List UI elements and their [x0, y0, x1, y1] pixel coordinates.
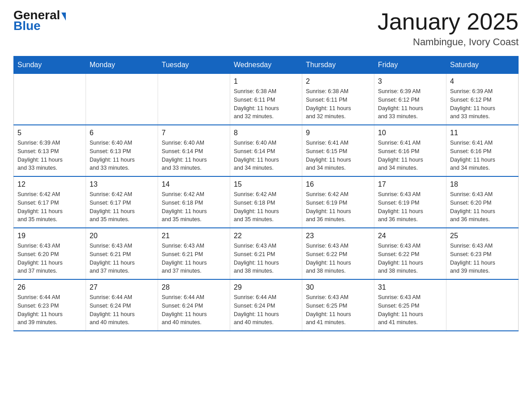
day-info: Sunrise: 6:43 AM Sunset: 6:22 PM Dayligh…	[306, 242, 370, 275]
logo-blue: Blue	[13, 20, 66, 32]
day-number: 16	[306, 180, 370, 188]
day-info: Sunrise: 6:39 AM Sunset: 6:12 PM Dayligh…	[450, 87, 515, 121]
calendar-week-5: 26Sunrise: 6:44 AM Sunset: 6:23 PM Dayli…	[14, 279, 519, 331]
calendar-cell: 17Sunrise: 6:43 AM Sunset: 6:19 PM Dayli…	[374, 176, 446, 228]
calendar-cell	[158, 74, 230, 125]
day-info: Sunrise: 6:43 AM Sunset: 6:25 PM Dayligh…	[378, 293, 442, 327]
calendar-header-thursday: Thursday	[302, 56, 374, 74]
day-info: Sunrise: 6:44 AM Sunset: 6:24 PM Dayligh…	[234, 293, 298, 327]
calendar-cell: 14Sunrise: 6:42 AM Sunset: 6:18 PM Dayli…	[158, 176, 230, 228]
calendar-header-monday: Monday	[86, 56, 158, 74]
day-number: 13	[90, 180, 154, 188]
calendar-cell: 28Sunrise: 6:44 AM Sunset: 6:24 PM Dayli…	[158, 279, 230, 331]
calendar-header-wednesday: Wednesday	[230, 56, 302, 74]
calendar-cell: 5Sunrise: 6:39 AM Sunset: 6:13 PM Daylig…	[14, 125, 86, 176]
day-info: Sunrise: 6:43 AM Sunset: 6:25 PM Dayligh…	[306, 293, 370, 327]
day-info: Sunrise: 6:40 AM Sunset: 6:13 PM Dayligh…	[90, 139, 154, 172]
day-info: Sunrise: 6:41 AM Sunset: 6:16 PM Dayligh…	[450, 139, 515, 172]
calendar-week-2: 5Sunrise: 6:39 AM Sunset: 6:13 PM Daylig…	[14, 125, 519, 176]
day-number: 4	[450, 77, 515, 86]
day-number: 31	[378, 283, 442, 291]
calendar-cell: 8Sunrise: 6:40 AM Sunset: 6:14 PM Daylig…	[230, 125, 302, 176]
day-info: Sunrise: 6:40 AM Sunset: 6:14 PM Dayligh…	[162, 139, 226, 172]
title-block: January 2025 Nambingue, Ivory Coast	[378, 9, 519, 48]
calendar-cell: 30Sunrise: 6:43 AM Sunset: 6:25 PM Dayli…	[302, 279, 374, 331]
calendar-cell: 1Sunrise: 6:38 AM Sunset: 6:11 PM Daylig…	[230, 74, 302, 125]
day-number: 28	[162, 283, 226, 291]
day-number: 15	[234, 180, 298, 188]
day-info: Sunrise: 6:42 AM Sunset: 6:17 PM Dayligh…	[90, 190, 154, 224]
day-info: Sunrise: 6:43 AM Sunset: 6:23 PM Dayligh…	[450, 242, 515, 275]
day-number: 23	[306, 232, 370, 240]
calendar-week-4: 19Sunrise: 6:43 AM Sunset: 6:20 PM Dayli…	[14, 228, 519, 279]
calendar-cell: 18Sunrise: 6:43 AM Sunset: 6:20 PM Dayli…	[446, 176, 519, 228]
calendar-cell: 11Sunrise: 6:41 AM Sunset: 6:16 PM Dayli…	[446, 125, 519, 176]
calendar-cell: 29Sunrise: 6:44 AM Sunset: 6:24 PM Dayli…	[230, 279, 302, 331]
calendar-header-saturday: Saturday	[446, 56, 519, 74]
calendar-cell: 7Sunrise: 6:40 AM Sunset: 6:14 PM Daylig…	[158, 125, 230, 176]
calendar-cell: 21Sunrise: 6:43 AM Sunset: 6:21 PM Dayli…	[158, 228, 230, 279]
day-info: Sunrise: 6:39 AM Sunset: 6:12 PM Dayligh…	[378, 87, 442, 121]
day-number: 1	[234, 77, 298, 86]
day-number: 30	[306, 283, 370, 291]
day-number: 10	[378, 129, 442, 137]
day-number: 11	[450, 129, 515, 137]
day-info: Sunrise: 6:43 AM Sunset: 6:19 PM Dayligh…	[378, 190, 442, 224]
day-info: Sunrise: 6:42 AM Sunset: 6:17 PM Dayligh…	[17, 190, 82, 224]
page-header: General Blue January 2025 Nambingue, Ivo…	[13, 9, 519, 48]
calendar-cell: 12Sunrise: 6:42 AM Sunset: 6:17 PM Dayli…	[14, 176, 86, 228]
calendar-cell: 13Sunrise: 6:42 AM Sunset: 6:17 PM Dayli…	[86, 176, 158, 228]
calendar-cell: 10Sunrise: 6:41 AM Sunset: 6:16 PM Dayli…	[374, 125, 446, 176]
day-number: 8	[234, 129, 298, 137]
calendar-cell: 16Sunrise: 6:42 AM Sunset: 6:19 PM Dayli…	[302, 176, 374, 228]
day-info: Sunrise: 6:43 AM Sunset: 6:21 PM Dayligh…	[234, 242, 298, 275]
day-info: Sunrise: 6:43 AM Sunset: 6:20 PM Dayligh…	[450, 190, 515, 224]
calendar-cell	[446, 279, 519, 331]
day-number: 14	[162, 180, 226, 188]
day-info: Sunrise: 6:38 AM Sunset: 6:11 PM Dayligh…	[306, 87, 370, 121]
day-number: 21	[162, 232, 226, 240]
day-number: 22	[234, 232, 298, 240]
logo: General Blue	[13, 9, 66, 32]
calendar-cell	[86, 74, 158, 125]
day-number: 2	[306, 77, 370, 86]
day-info: Sunrise: 6:38 AM Sunset: 6:11 PM Dayligh…	[234, 87, 298, 121]
day-info: Sunrise: 6:41 AM Sunset: 6:15 PM Dayligh…	[306, 139, 370, 172]
calendar-table: SundayMondayTuesdayWednesdayThursdayFrid…	[13, 56, 519, 331]
calendar-cell: 2Sunrise: 6:38 AM Sunset: 6:11 PM Daylig…	[302, 74, 374, 125]
calendar-cell: 26Sunrise: 6:44 AM Sunset: 6:23 PM Dayli…	[14, 279, 86, 331]
day-number: 19	[17, 232, 82, 240]
day-number: 12	[17, 180, 82, 188]
calendar-cell: 24Sunrise: 6:43 AM Sunset: 6:22 PM Dayli…	[374, 228, 446, 279]
calendar-header-friday: Friday	[374, 56, 446, 74]
day-number: 7	[162, 129, 226, 137]
day-info: Sunrise: 6:39 AM Sunset: 6:13 PM Dayligh…	[17, 139, 82, 172]
day-info: Sunrise: 6:42 AM Sunset: 6:18 PM Dayligh…	[234, 190, 298, 224]
calendar-cell: 25Sunrise: 6:43 AM Sunset: 6:23 PM Dayli…	[446, 228, 519, 279]
calendar-cell: 6Sunrise: 6:40 AM Sunset: 6:13 PM Daylig…	[86, 125, 158, 176]
logo-arrow-icon	[61, 13, 66, 21]
calendar-week-3: 12Sunrise: 6:42 AM Sunset: 6:17 PM Dayli…	[14, 176, 519, 228]
day-number: 9	[306, 129, 370, 137]
calendar-cell: 23Sunrise: 6:43 AM Sunset: 6:22 PM Dayli…	[302, 228, 374, 279]
day-number: 17	[378, 180, 442, 188]
calendar-cell: 31Sunrise: 6:43 AM Sunset: 6:25 PM Dayli…	[374, 279, 446, 331]
day-number: 18	[450, 180, 515, 188]
day-number: 27	[90, 283, 154, 291]
calendar-cell: 4Sunrise: 6:39 AM Sunset: 6:12 PM Daylig…	[446, 74, 519, 125]
calendar-cell: 22Sunrise: 6:43 AM Sunset: 6:21 PM Dayli…	[230, 228, 302, 279]
day-number: 6	[90, 129, 154, 137]
day-number: 29	[234, 283, 298, 291]
calendar-cell: 19Sunrise: 6:43 AM Sunset: 6:20 PM Dayli…	[14, 228, 86, 279]
day-info: Sunrise: 6:43 AM Sunset: 6:21 PM Dayligh…	[162, 242, 226, 275]
day-info: Sunrise: 6:42 AM Sunset: 6:18 PM Dayligh…	[162, 190, 226, 224]
day-info: Sunrise: 6:40 AM Sunset: 6:14 PM Dayligh…	[234, 139, 298, 172]
day-info: Sunrise: 6:44 AM Sunset: 6:23 PM Dayligh…	[17, 293, 82, 327]
day-info: Sunrise: 6:44 AM Sunset: 6:24 PM Dayligh…	[162, 293, 226, 327]
calendar-week-1: 1Sunrise: 6:38 AM Sunset: 6:11 PM Daylig…	[14, 74, 519, 125]
day-info: Sunrise: 6:44 AM Sunset: 6:24 PM Dayligh…	[90, 293, 154, 327]
calendar-header-sunday: Sunday	[14, 56, 86, 74]
day-number: 5	[17, 129, 82, 137]
month-title: January 2025	[378, 9, 519, 34]
day-info: Sunrise: 6:43 AM Sunset: 6:22 PM Dayligh…	[378, 242, 442, 275]
